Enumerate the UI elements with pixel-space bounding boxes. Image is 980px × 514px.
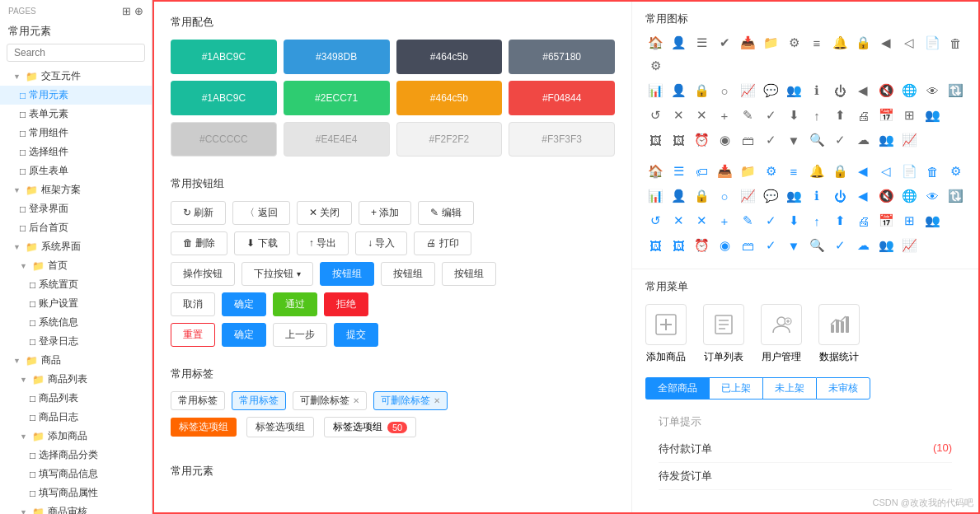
tag-select-outline[interactable]: 标签选项组: [246, 417, 314, 437]
menu-order-list[interactable]: 订单列表: [703, 304, 744, 364]
blue-icon-info[interactable]: ℹ: [807, 186, 827, 206]
icon-doc[interactable]: 📄: [922, 33, 942, 53]
submit-btn[interactable]: 提交: [334, 323, 378, 347]
icon-user2[interactable]: 👤: [668, 81, 688, 100]
icon-eye[interactable]: 👁: [922, 81, 942, 100]
blue-icon-eye[interactable]: 👁: [922, 186, 942, 206]
sidebar-item-goods-list-folder[interactable]: ▼ 📁 商品列表: [0, 370, 152, 389]
sidebar-item-home[interactable]: ▼ 📁 首页: [0, 256, 152, 275]
menu-user-manage[interactable]: 用户管理: [761, 304, 802, 364]
icon-x[interactable]: ✕: [692, 105, 711, 125]
blue-icon-check[interactable]: ✓: [761, 211, 781, 231]
edit-btn[interactable]: ✎ 编辑: [418, 201, 473, 225]
import-btn[interactable]: ↓ 导入: [355, 231, 407, 255]
color-swatch-6[interactable]: #2ECC71: [284, 81, 390, 115]
tab-off-shelf[interactable]: 未上架: [762, 377, 816, 400]
icon-user[interactable]: 👤: [668, 33, 688, 53]
tag-blue-1[interactable]: 常用标签: [232, 391, 286, 410]
icon-lock[interactable]: 🔒: [853, 33, 873, 53]
delete-btn[interactable]: 🗑 删除: [171, 231, 227, 255]
approve-btn[interactable]: 通过: [273, 292, 317, 316]
btn-group-selected[interactable]: 按钮组: [320, 262, 374, 286]
blue-icon-prev[interactable]: ◁: [876, 161, 896, 181]
refresh-btn[interactable]: ↻ 刷新: [171, 201, 226, 225]
blue-icon-menu[interactable]: ☰: [668, 161, 688, 181]
confirm-btn-2[interactable]: 确定: [222, 323, 266, 347]
sidebar-item-goods-attrs[interactable]: □ 填写商品属性: [0, 484, 152, 502]
icon-clock[interactable]: ⏰: [692, 130, 711, 150]
blue-icon-print[interactable]: 🖨: [853, 211, 873, 231]
icon-trash[interactable]: 🗑: [945, 33, 965, 53]
blue-icon-folder[interactable]: 📁: [738, 161, 757, 181]
icon-search[interactable]: 🔍: [807, 130, 827, 150]
blue-icon-cal[interactable]: 📅: [876, 211, 896, 231]
sidebar-item-interactive[interactable]: ▼ 📁 交互元件: [0, 67, 152, 86]
sidebar-item-goods[interactable]: ▼ 📁 商品: [0, 351, 152, 370]
icon-check[interactable]: ✔: [715, 33, 734, 53]
blue-icon-radio[interactable]: ◉: [715, 236, 734, 255]
add-btn[interactable]: + 添加: [359, 201, 411, 225]
color-swatch-8[interactable]: #F04844: [509, 81, 615, 115]
color-swatch-2[interactable]: #3498DB: [284, 40, 390, 74]
blue-icon-pic[interactable]: 🗃: [738, 236, 757, 255]
action-btn[interactable]: 操作按钮: [171, 262, 235, 286]
color-swatch-7[interactable]: #464c5b: [396, 81, 503, 115]
blue-icon-down[interactable]: ⬇: [784, 211, 804, 231]
icon-lock2[interactable]: 🔒: [692, 81, 711, 100]
icon-list[interactable]: ≡: [807, 33, 827, 53]
sidebar-item-sys-settings[interactable]: □ 系统置页: [0, 275, 152, 294]
tab-unreviewed[interactable]: 未审核: [816, 377, 870, 400]
icon-arrow-l[interactable]: ◀: [853, 81, 873, 100]
blue-icon-clock[interactable]: ⏰: [692, 236, 711, 255]
blue-icon-up[interactable]: ↑: [807, 211, 827, 231]
tag-select-orange[interactable]: 标签选项组: [171, 418, 237, 437]
sidebar-item-native-form[interactable]: □ 原生表单: [0, 161, 152, 180]
blue-icon-img2[interactable]: 🖼: [668, 236, 688, 255]
sidebar-item-add-goods-folder[interactable]: ▼ 📁 添加商品: [0, 427, 152, 446]
blue-icon-mute[interactable]: 🔇: [876, 186, 896, 206]
icon-bell[interactable]: 🔔: [830, 33, 850, 53]
blue-icon-list[interactable]: ≡: [784, 161, 804, 181]
color-swatch-5[interactable]: #1ABC9C: [171, 81, 277, 115]
print-btn[interactable]: 🖨 打印: [414, 231, 471, 255]
icon-calendar[interactable]: 📅: [876, 105, 896, 125]
icon-down[interactable]: ⬇: [784, 105, 804, 125]
blue-icon-globe[interactable]: 🌐: [899, 186, 919, 206]
icon-group[interactable]: 👥: [922, 105, 942, 125]
icon-inbox[interactable]: 📥: [738, 33, 757, 53]
icon-settings[interactable]: ⚙: [784, 33, 804, 53]
sidebar-item-common-components[interactable]: □ 常用组件: [0, 124, 152, 143]
blue-icon-check4[interactable]: ✓: [830, 236, 850, 255]
blue-icon-search[interactable]: 🔍: [807, 236, 827, 255]
blue-icon-upload[interactable]: ⬆: [830, 211, 850, 231]
icon-img[interactable]: 🖼: [645, 130, 665, 150]
icon-chevron[interactable]: ▼: [784, 130, 804, 150]
tab-on-shelf[interactable]: 已上架: [709, 377, 762, 400]
blue-icon-users[interactable]: 👥: [784, 186, 804, 206]
tab-all-goods[interactable]: 全部商品: [645, 377, 709, 400]
blue-icon-arrow[interactable]: ◀: [853, 186, 873, 206]
blue-icon-refresh[interactable]: 🔃: [945, 186, 965, 206]
icon-img2[interactable]: 🖼: [668, 130, 688, 150]
blue-icon-check3[interactable]: ✓: [761, 236, 781, 255]
download-btn[interactable]: ⬇ 下载: [234, 231, 289, 255]
blue-icon-x[interactable]: ✕: [692, 211, 711, 231]
sidebar-item-dashboard[interactable]: □ 后台首页: [0, 218, 152, 237]
blue-icon-lock[interactable]: 🔒: [830, 161, 850, 181]
icon-chart[interactable]: 📊: [645, 81, 665, 100]
btn-group-2[interactable]: 按钮组: [381, 262, 435, 286]
tag-closable-blue-1[interactable]: 可删除标签 ✕: [373, 391, 448, 410]
blue-icon-grid[interactable]: ⊞: [899, 211, 919, 231]
tag-close-icon-1[interactable]: ✕: [353, 396, 359, 405]
blue-icon-stats[interactable]: 📈: [899, 236, 919, 255]
dropdown-btn[interactable]: 下拉按钮: [241, 262, 313, 286]
icon-refresh2[interactable]: 🔃: [945, 81, 965, 100]
blue-icon-chart[interactable]: 📊: [645, 186, 665, 206]
blue-icon-power[interactable]: ⏻: [830, 186, 850, 206]
export-btn[interactable]: ↑ 导出: [297, 231, 349, 255]
close-btn[interactable]: ✕ 关闭: [297, 201, 352, 225]
tag-closable-1[interactable]: 可删除标签 ✕: [293, 391, 367, 410]
icon-menu[interactable]: ☰: [692, 33, 711, 53]
icon-plus[interactable]: +: [715, 105, 734, 125]
menu-data-stats[interactable]: 数据统计: [818, 304, 860, 364]
